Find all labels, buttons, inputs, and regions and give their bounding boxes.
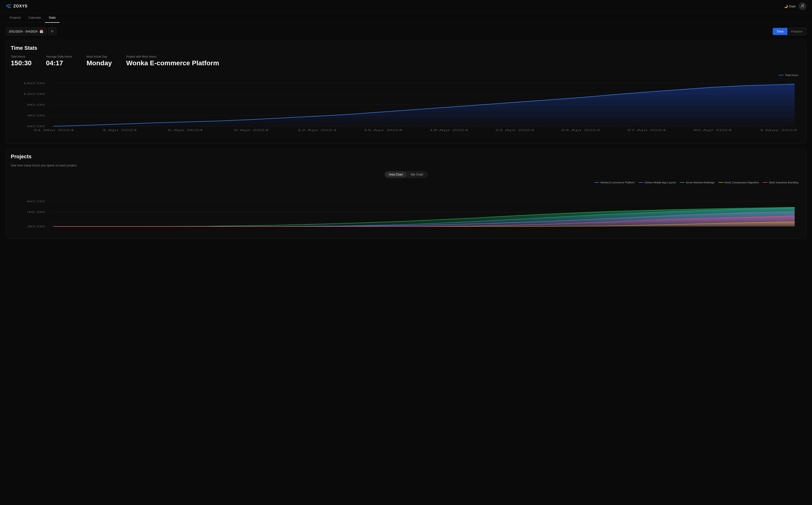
x-label-11: 3 May 2024 xyxy=(759,129,797,132)
user-icon xyxy=(801,4,804,8)
dark-mode-toggle[interactable]: 🌙 Dark xyxy=(784,5,796,8)
projects-card: Projects See how many hours you spent on… xyxy=(6,149,806,238)
avg-daily-label: Average Daily Hours xyxy=(46,55,72,58)
projects-title: Projects xyxy=(11,154,801,160)
total-hours-value: 150:30 xyxy=(11,59,32,67)
project-most-hours-stat: Project with Most Hours Wonka E-commerce… xyxy=(126,55,219,67)
toolbar: 3/31/2024 - 5/4/2024 📅 ↻ Time Finance xyxy=(6,27,806,35)
chart-type-inner: Area Chart Bar Chart xyxy=(384,171,427,178)
time-chart-container: Total Hours 00:00 40:00 80:00 120:00 160… xyxy=(11,72,801,139)
x-label-6: 18 Apr 2024 xyxy=(429,129,468,132)
legend-dot-acme-web xyxy=(680,182,684,183)
avg-daily-value: 04:17 xyxy=(46,59,72,67)
legend-acme-comp: Acme Compression Algorithm xyxy=(719,181,759,184)
bar-chart-button[interactable]: Bar Chart xyxy=(407,172,427,177)
x-label-7: 21 Apr 2024 xyxy=(495,129,534,132)
moon-icon: 🌙 xyxy=(784,5,788,8)
total-hours-stat: Total Hours 150:30 xyxy=(11,55,32,67)
legend-label-wonka: Wonka E-commerce Platform xyxy=(600,181,635,184)
legend-wonka: Wonka E-commerce Platform xyxy=(594,181,635,184)
calendar-icon: 📅 xyxy=(39,30,43,33)
x-label-5: 15 Apr 2024 xyxy=(364,129,402,132)
most-active-day-label: Most Active Day xyxy=(86,55,112,58)
projects-legend: Wonka E-commerce Platform Globex Mobile … xyxy=(11,181,801,184)
logo-icon xyxy=(6,3,11,9)
legend-dot-globex xyxy=(639,182,643,183)
legend-dot-wonka xyxy=(594,182,599,183)
nav-item-calendar[interactable]: Calendar xyxy=(25,13,45,23)
area-fill xyxy=(53,84,795,126)
logo-text: ZOXYS xyxy=(13,4,27,8)
legend-label: Total Hours xyxy=(785,73,798,76)
header-right: 🌙 Dark xyxy=(784,2,806,10)
dark-label: Dark xyxy=(789,5,796,8)
view-toggle: Time Finance xyxy=(773,28,806,35)
projects-chart-svg: 30:00 45:00 60:00 xyxy=(11,186,801,233)
x-label-1: 3 Apr 2024 xyxy=(102,129,137,132)
proj-y-label-0: 30:00 xyxy=(27,225,45,228)
time-view-button[interactable]: Time xyxy=(773,28,787,35)
x-label-0: 31 Mar 2024 xyxy=(33,129,74,132)
projects-subtitle: See how many hours you spent on each pro… xyxy=(11,164,801,167)
legend-dot-stark xyxy=(763,182,768,183)
y-label-2: 80:00 xyxy=(27,103,45,107)
proj-y-label-1: 45:00 xyxy=(27,211,45,214)
header: ZOXYS 🌙 Dark xyxy=(0,0,812,13)
nav: Projects Calendar Stats xyxy=(0,13,812,23)
nav-item-stats[interactable]: Stats xyxy=(45,13,60,23)
legend-acme-web: Acme Website Redesign xyxy=(680,181,715,184)
finance-view-button[interactable]: Finance xyxy=(787,28,806,35)
date-range-section: 3/31/2024 - 5/4/2024 📅 ↻ xyxy=(6,27,56,35)
legend-label-globex: Globex Mobile App Launch xyxy=(645,181,676,184)
avatar-button[interactable] xyxy=(799,2,806,10)
date-range-input[interactable]: 3/31/2024 - 5/4/2024 📅 xyxy=(6,28,46,35)
chart-type-toggle: Area Chart Bar Chart xyxy=(11,171,801,178)
main-content: 3/31/2024 - 5/4/2024 📅 ↻ Time Finance Ti… xyxy=(0,23,812,248)
stats-row: Total Hours 150:30 Average Daily Hours 0… xyxy=(11,55,801,67)
legend-label-stark: Stark Industries Branding xyxy=(769,181,798,184)
area-chart-button[interactable]: Area Chart xyxy=(385,172,406,177)
x-label-8: 24 Apr 2024 xyxy=(561,129,600,132)
legend-globex: Globex Mobile App Launch xyxy=(639,181,676,184)
time-stats-card: Time Stats Total Hours 150:30 Average Da… xyxy=(6,40,806,144)
x-label-3: 9 Apr 2024 xyxy=(234,129,268,132)
logo: ZOXYS xyxy=(6,3,27,9)
x-label-4: 12 Apr 2024 xyxy=(297,129,337,132)
svg-point-0 xyxy=(802,5,803,6)
legend-label-acme-web: Acme Website Redesign xyxy=(686,181,715,184)
project-most-hours-label: Project with Most Hours xyxy=(126,55,219,58)
x-label-10: 30 Apr 2024 xyxy=(693,129,732,132)
proj-y-label-2: 60:00 xyxy=(27,200,45,203)
refresh-button[interactable]: ↻ xyxy=(48,27,56,35)
y-label-1: 40:00 xyxy=(27,114,45,117)
y-label-4: 160:00 xyxy=(23,82,45,85)
legend-stark: Stark Industries Branding xyxy=(763,181,798,184)
avg-daily-stat: Average Daily Hours 04:17 xyxy=(46,55,72,67)
most-active-day-value: Monday xyxy=(86,59,112,67)
legend-dot-acme-comp xyxy=(719,182,723,183)
project-most-hours-value: Wonka E-commerce Platform xyxy=(126,59,219,67)
x-label-9: 27 Apr 2024 xyxy=(627,129,666,132)
chart-legend: Total Hours xyxy=(779,73,798,76)
total-hours-label: Total Hours xyxy=(11,55,32,58)
time-chart-svg: 00:00 40:00 80:00 120:00 160:00 31 M xyxy=(11,72,801,139)
y-label-0: 00:00 xyxy=(27,125,45,128)
time-stats-title: Time Stats xyxy=(11,45,801,51)
legend-label-acme-comp: Acme Compression Algorithm xyxy=(725,181,759,184)
x-label-2: 6 Apr 2024 xyxy=(168,129,203,132)
nav-item-projects[interactable]: Projects xyxy=(6,13,25,23)
most-active-day-stat: Most Active Day Monday xyxy=(86,55,112,67)
date-range-value: 3/31/2024 - 5/4/2024 xyxy=(9,30,37,33)
projects-chart-container: 30:00 45:00 60:00 xyxy=(11,186,801,233)
legend-line xyxy=(779,75,784,75)
y-label-3: 120:00 xyxy=(23,93,45,96)
